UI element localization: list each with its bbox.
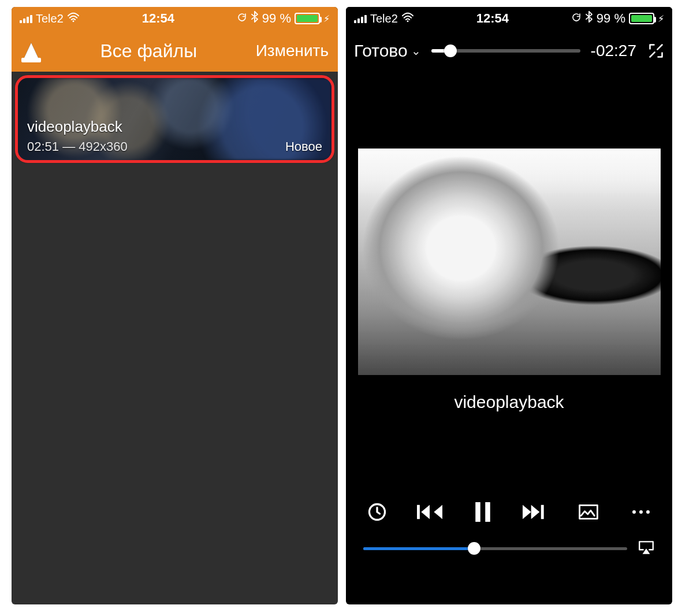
svg-rect-6 xyxy=(475,502,480,522)
done-label: Готово xyxy=(354,41,408,61)
svg-rect-7 xyxy=(485,502,490,522)
player-canvas[interactable]: videoplayback xyxy=(346,72,672,489)
aspect-ratio-button[interactable] xyxy=(575,498,602,526)
new-badge: Новое xyxy=(285,139,322,154)
done-button[interactable]: Готово ⌄ xyxy=(354,41,421,61)
next-button[interactable] xyxy=(521,498,549,526)
video-list: videoplayback 02:51 — 492x360 Новое xyxy=(12,72,338,166)
sync-icon xyxy=(571,11,582,26)
library-title: Все файлы xyxy=(42,40,256,62)
svg-rect-3 xyxy=(417,505,420,519)
previous-button[interactable] xyxy=(416,498,444,526)
svg-marker-5 xyxy=(434,505,443,519)
battery-icon xyxy=(295,13,320,24)
library-header: Все файлы Изменить xyxy=(12,30,338,72)
chevron-down-icon: ⌄ xyxy=(411,44,421,58)
svg-point-1 xyxy=(407,20,408,22)
pause-button[interactable] xyxy=(469,498,497,526)
edit-button[interactable]: Изменить xyxy=(256,42,329,60)
player-top-bar: Готово ⌄ -02:27 xyxy=(346,30,672,72)
vlc-player-screen: Tele2 12:54 99 % ⚡︎ Готово xyxy=(346,7,672,604)
time-remaining: -02:27 xyxy=(591,42,636,60)
video-still-image xyxy=(358,149,661,375)
battery-percent: 99 % xyxy=(597,11,625,26)
airplay-icon[interactable] xyxy=(638,540,655,557)
signal-icon xyxy=(20,14,32,23)
svg-rect-10 xyxy=(541,505,544,519)
playback-speed-button[interactable] xyxy=(363,498,391,526)
svg-point-0 xyxy=(72,20,74,22)
battery-icon xyxy=(629,13,654,24)
vlc-library-screen: Tele2 12:54 99 % ⚡︎ Все файлы И xyxy=(12,7,338,604)
status-bar: Tele2 12:54 99 % ⚡︎ xyxy=(346,7,672,30)
bluetooth-icon xyxy=(251,11,259,26)
bluetooth-icon xyxy=(585,11,593,26)
battery-percent: 99 % xyxy=(262,11,291,26)
volume-row xyxy=(360,540,658,557)
volume-thumb[interactable] xyxy=(468,542,480,555)
carrier-name: Tele2 xyxy=(36,12,64,25)
fullscreen-icon[interactable] xyxy=(648,43,664,59)
video-list-item[interactable]: videoplayback 02:51 — 492x360 Новое xyxy=(18,78,331,160)
charging-icon: ⚡︎ xyxy=(323,13,330,24)
svg-point-12 xyxy=(632,510,636,514)
seek-slider[interactable] xyxy=(431,49,580,53)
wifi-icon xyxy=(67,11,80,26)
svg-marker-4 xyxy=(422,505,430,519)
status-time: 12:54 xyxy=(80,11,237,26)
video-filename: videoplayback xyxy=(27,118,322,136)
volume-fill xyxy=(363,547,474,550)
svg-point-13 xyxy=(639,510,643,514)
svg-marker-8 xyxy=(523,505,531,519)
svg-marker-9 xyxy=(531,505,540,519)
volume-slider[interactable] xyxy=(363,547,627,550)
highlight-ring: videoplayback 02:51 — 492x360 Новое xyxy=(15,75,334,163)
signal-icon xyxy=(354,14,367,23)
status-right-icons: 99 % ⚡︎ xyxy=(237,11,330,26)
status-right-icons: 99 % ⚡︎ xyxy=(571,11,664,26)
status-carrier: Tele2 xyxy=(20,11,80,26)
charging-icon: ⚡︎ xyxy=(658,13,664,24)
carrier-name: Tele2 xyxy=(370,12,398,25)
status-carrier: Tele2 xyxy=(354,11,414,26)
now-playing-title: videoplayback xyxy=(454,392,564,412)
player-controls xyxy=(346,489,672,604)
sync-icon xyxy=(237,11,247,26)
status-bar: Tele2 12:54 99 % ⚡︎ xyxy=(12,7,338,30)
wifi-icon xyxy=(401,11,414,26)
vlc-cone-icon[interactable] xyxy=(21,38,42,64)
more-button[interactable] xyxy=(627,498,655,526)
svg-point-14 xyxy=(646,510,650,514)
seek-thumb[interactable] xyxy=(444,44,457,57)
status-time: 12:54 xyxy=(414,11,571,26)
video-meta: 02:51 — 492x360 xyxy=(27,139,128,154)
transport-row xyxy=(360,496,658,540)
video-frame xyxy=(358,149,661,375)
